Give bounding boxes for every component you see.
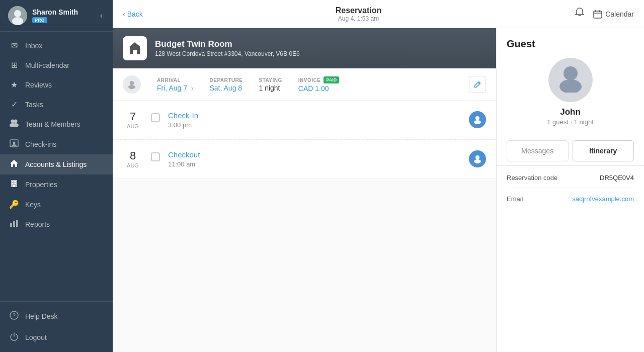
svg-rect-19 bbox=[16, 220, 18, 227]
checkout-time: 11:00 am bbox=[168, 160, 461, 168]
sidebar-item-label: Logout bbox=[25, 333, 47, 341]
svg-rect-14 bbox=[14, 183, 15, 184]
power-icon bbox=[9, 332, 19, 343]
property-info: Budget Twin Room 128 West Cordova Street… bbox=[155, 39, 300, 57]
svg-rect-16 bbox=[13, 185, 15, 187]
sidebar-item-label: Help Desk bbox=[25, 312, 58, 320]
svg-rect-15 bbox=[15, 183, 16, 184]
edit-button[interactable] bbox=[469, 76, 486, 93]
checkin-day: 7 AUG bbox=[123, 111, 143, 129]
arrival-field: ARRIVAL Fri, Aug 7 › bbox=[157, 77, 193, 92]
guest-avatar bbox=[548, 58, 593, 102]
svg-rect-13 bbox=[12, 183, 13, 184]
sidebar-item-logout[interactable]: Logout bbox=[0, 327, 113, 348]
back-button[interactable]: ‹ Back bbox=[123, 10, 143, 18]
itinerary-item-checkout: 8 AUG Checkout 11:00 am bbox=[113, 140, 496, 179]
checkin-guest-avatar bbox=[469, 111, 486, 128]
email-row: Email sadjrnfvexample.com bbox=[507, 195, 634, 209]
sidebar-item-label: Multi-calendar bbox=[25, 61, 69, 69]
checkout-guest-avatar bbox=[469, 150, 486, 167]
topbar-left: ‹ Back bbox=[123, 10, 143, 18]
svg-point-25 bbox=[475, 116, 479, 120]
people-icon bbox=[9, 119, 19, 129]
checkin-icon bbox=[9, 139, 19, 149]
inbox-icon: ✉ bbox=[9, 41, 19, 50]
checkout-checkbox[interactable] bbox=[151, 152, 160, 161]
checkin-checkbox[interactable] bbox=[151, 113, 160, 122]
itinerary-item-checkin: 7 AUG Check-In 3:00 pm bbox=[113, 101, 496, 140]
svg-point-26 bbox=[474, 120, 481, 124]
tab-itinerary[interactable]: Itinerary bbox=[573, 140, 634, 161]
sidebar-item-label: Tasks bbox=[25, 101, 43, 109]
star-icon: ★ bbox=[9, 80, 19, 90]
reservation-code-value: DR5QE0V4 bbox=[600, 174, 634, 182]
svg-point-24 bbox=[128, 85, 135, 89]
check-icon: ✓ bbox=[9, 100, 19, 109]
invoice-field: INVOICE PAID CAD 1.00 bbox=[298, 76, 339, 93]
svg-point-29 bbox=[564, 66, 578, 80]
svg-point-4 bbox=[14, 120, 18, 123]
building-icon bbox=[9, 180, 19, 190]
sidebar-item-label: Team & Members bbox=[25, 120, 80, 128]
calendar-button[interactable]: Calendar bbox=[593, 10, 634, 19]
departure-value: Sat, Aug 8 bbox=[209, 84, 243, 92]
sidebar-item-help-desk[interactable]: ? Help Desk bbox=[0, 306, 113, 327]
svg-point-30 bbox=[559, 79, 582, 93]
svg-point-27 bbox=[475, 155, 479, 159]
guest-section-title: Guest bbox=[507, 38, 535, 50]
reservation-code-row: Reservation code DR5QE0V4 bbox=[507, 174, 634, 188]
svg-point-6 bbox=[13, 123, 19, 127]
svg-point-28 bbox=[474, 159, 481, 163]
calendar-label: Calendar bbox=[605, 10, 634, 18]
svg-rect-11 bbox=[14, 181, 15, 182]
main-content: ‹ Back Reservation Aug 4, 1:53 am bbox=[113, 0, 644, 352]
guest-tabs: Messages Itinerary bbox=[497, 136, 644, 166]
property-address: 128 West Cordova Street #3304, Vancouver… bbox=[155, 50, 300, 57]
sidebar-collapse-button[interactable]: ‹ bbox=[98, 9, 105, 22]
tab-messages[interactable]: Messages bbox=[507, 140, 569, 161]
sidebar-item-multi-calendar[interactable]: ⊞ Multi-calendar bbox=[0, 55, 113, 75]
left-panel: Budget Twin Room 128 West Cordova Street… bbox=[113, 28, 496, 352]
sidebar-item-inbox[interactable]: ✉ Inbox bbox=[0, 36, 113, 55]
topbar-subtitle: Aug 4, 1:53 am bbox=[336, 15, 382, 22]
pro-badge: PRO bbox=[32, 17, 47, 23]
checkin-details: Check-In 3:00 pm bbox=[168, 111, 461, 129]
checkout-day: 8 AUG bbox=[123, 150, 143, 168]
sidebar-item-reports[interactable]: Reports bbox=[0, 214, 113, 234]
sidebar-item-label: Properties bbox=[25, 181, 57, 189]
svg-point-23 bbox=[130, 81, 134, 85]
sidebar-item-reviews[interactable]: ★ Reviews bbox=[0, 75, 113, 95]
house-icon bbox=[9, 159, 19, 169]
sidebar-user: Sharon Smith PRO bbox=[8, 6, 78, 25]
back-label: Back bbox=[127, 10, 143, 18]
guest-name: John bbox=[560, 107, 581, 117]
sidebar-item-label: Reviews bbox=[25, 81, 52, 89]
staying-value: 1 night bbox=[259, 84, 282, 92]
email-value[interactable]: sadjrnfvexample.com bbox=[572, 195, 634, 203]
sidebar-item-label: Keys bbox=[25, 201, 41, 209]
sidebar-item-keys[interactable]: 🔑 Keys bbox=[0, 195, 113, 214]
reservation-bar: ARRIVAL Fri, Aug 7 › DEPARTURE Sat, Aug … bbox=[113, 68, 496, 101]
sidebar-item-team-members[interactable]: Team & Members bbox=[0, 114, 113, 134]
notification-button[interactable] bbox=[574, 7, 585, 21]
help-icon: ? bbox=[9, 311, 19, 322]
svg-rect-12 bbox=[15, 181, 16, 182]
departure-field: DEPARTURE Sat, Aug 8 bbox=[209, 77, 243, 92]
topbar-title: Reservation bbox=[336, 6, 382, 15]
email-label: Email bbox=[507, 195, 523, 203]
svg-rect-17 bbox=[10, 223, 12, 227]
reservation-code-label: Reservation code bbox=[507, 174, 557, 182]
sidebar-item-accounts-listings[interactable]: Accounts & Listings bbox=[0, 154, 113, 174]
svg-point-1 bbox=[14, 10, 21, 17]
sidebar-item-check-ins[interactable]: Check-ins bbox=[0, 134, 113, 154]
invoice-value: CAD 1.00 bbox=[298, 84, 339, 93]
topbar-center: Reservation Aug 4, 1:53 am bbox=[336, 6, 382, 22]
sidebar-user-info: Sharon Smith PRO bbox=[32, 8, 78, 23]
sidebar-item-tasks[interactable]: ✓ Tasks bbox=[0, 95, 113, 114]
sidebar-item-properties[interactable]: Properties bbox=[0, 174, 113, 195]
svg-rect-18 bbox=[13, 221, 15, 227]
svg-point-2 bbox=[12, 17, 23, 25]
checkin-title: Check-In bbox=[168, 111, 461, 120]
sidebar: Sharon Smith PRO ‹ ✉ Inbox ⊞ Multi-calen… bbox=[0, 0, 113, 352]
sidebar-item-label: Accounts & Listings bbox=[25, 160, 87, 168]
